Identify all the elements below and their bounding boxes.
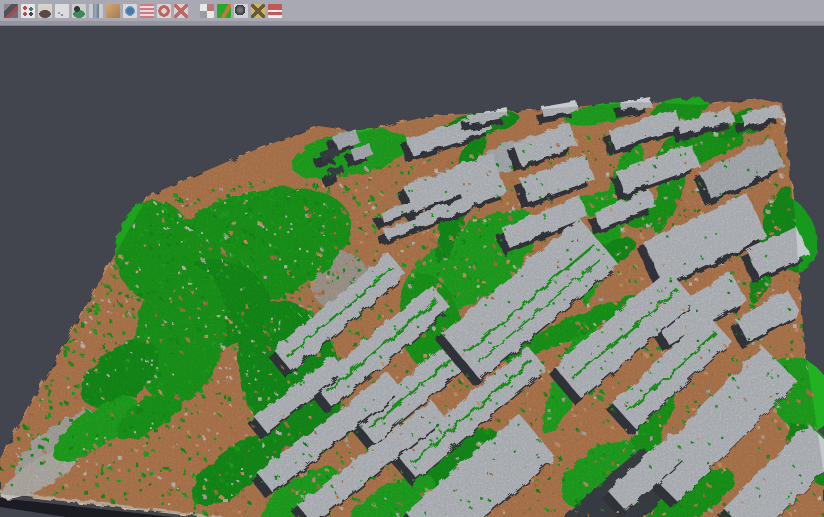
sphere-icon[interactable] <box>234 4 248 18</box>
toolbar <box>0 0 824 21</box>
toolbar-group-2 <box>198 4 283 18</box>
flag-icon[interactable] <box>268 4 282 18</box>
classification-icon[interactable] <box>217 4 231 18</box>
terrain-icon[interactable] <box>38 4 52 18</box>
table-icon[interactable] <box>140 4 154 18</box>
checker-icon[interactable] <box>200 4 214 18</box>
globe-icon[interactable] <box>123 4 137 18</box>
hill-icon[interactable] <box>72 4 86 18</box>
application-window <box>0 0 824 517</box>
target-icon[interactable] <box>157 4 171 18</box>
extent-icon[interactable] <box>174 4 188 18</box>
mesh-icon[interactable] <box>251 4 265 18</box>
photo-icon[interactable] <box>4 4 18 18</box>
box-icon[interactable] <box>106 4 120 18</box>
viewport-3d[interactable] <box>0 26 824 517</box>
toolbar-group-1 <box>2 4 189 18</box>
column-icon[interactable] <box>89 4 103 18</box>
points-icon[interactable] <box>21 4 35 18</box>
contour-icon[interactable] <box>55 4 69 18</box>
scene-render <box>0 26 824 517</box>
